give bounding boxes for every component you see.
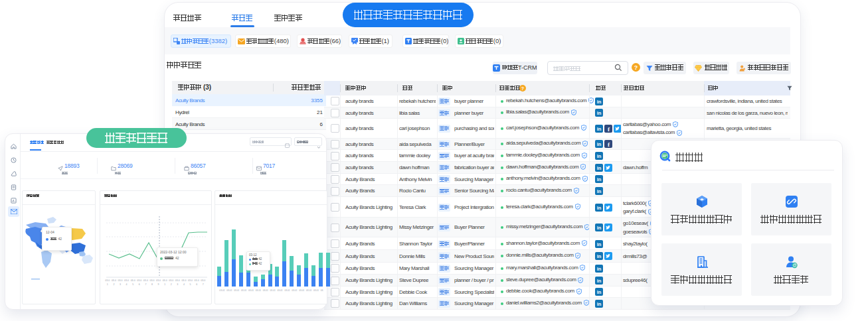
svg-text:in: in	[597, 153, 602, 159]
svg-text:in: in	[597, 241, 602, 247]
svg-text:in: in	[597, 141, 602, 147]
svg-text:@: @	[792, 263, 797, 267]
svg-text:in: in	[597, 289, 602, 295]
svg-text:in: in	[597, 110, 602, 116]
svg-text:in: in	[597, 266, 602, 272]
svg-text:in: in	[597, 225, 602, 231]
svg-text:in: in	[597, 176, 602, 182]
svg-text:in: in	[597, 188, 602, 194]
svg-text:in: in	[597, 253, 602, 259]
svg-text:in: in	[597, 205, 602, 211]
svg-text:in: in	[597, 99, 602, 105]
svg-text:in: in	[597, 301, 602, 307]
svg-text:in: in	[597, 165, 602, 171]
svg-text:in: in	[597, 278, 602, 284]
svg-text:in: in	[597, 126, 602, 132]
